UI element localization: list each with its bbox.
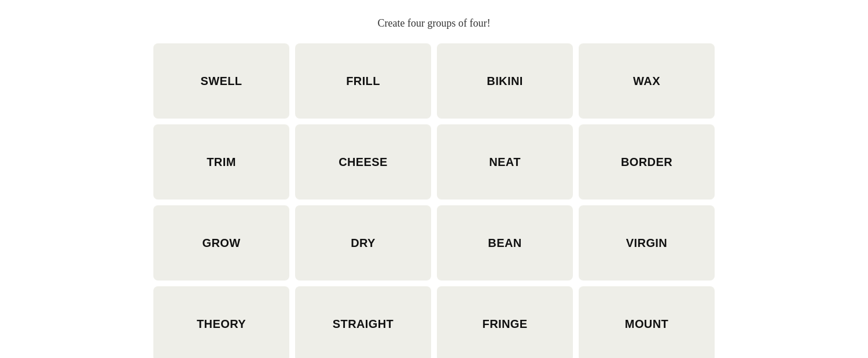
tile-label-virgin: VIRGIN <box>626 237 667 250</box>
tile-label-mount: MOUNT <box>625 318 668 331</box>
tile-trim[interactable]: TRIM <box>153 124 289 200</box>
tile-bean[interactable]: BEAN <box>437 205 573 281</box>
tile-label-straight: STRAIGHT <box>333 318 393 331</box>
tile-fringe[interactable]: FRINGE <box>437 286 573 358</box>
tile-label-border: BORDER <box>621 156 672 169</box>
tile-straight[interactable]: STRAIGHT <box>295 286 431 358</box>
tile-frill[interactable]: FRILL <box>295 43 431 119</box>
tile-label-bikini: BIKINI <box>487 75 523 88</box>
tile-label-frill: FRILL <box>346 75 380 88</box>
tile-dry[interactable]: DRY <box>295 205 431 281</box>
tile-label-neat: NEAT <box>489 156 521 169</box>
tile-label-trim: TRIM <box>207 156 236 169</box>
tile-cheese[interactable]: CHEESE <box>295 124 431 200</box>
tile-wax[interactable]: WAX <box>579 43 715 119</box>
tile-neat[interactable]: NEAT <box>437 124 573 200</box>
tile-label-cheese: CHEESE <box>339 156 388 169</box>
instructions-text: Create four groups of four! <box>378 17 491 29</box>
tile-label-fringe: FRINGE <box>483 318 528 331</box>
tile-grow[interactable]: GROW <box>153 205 289 281</box>
tile-label-wax: WAX <box>633 75 660 88</box>
tile-theory[interactable]: THEORY <box>153 286 289 358</box>
tile-border[interactable]: BORDER <box>579 124 715 200</box>
tile-mount[interactable]: MOUNT <box>579 286 715 358</box>
tile-bikini[interactable]: BIKINI <box>437 43 573 119</box>
tile-swell[interactable]: SWELL <box>153 43 289 119</box>
tile-label-theory: THEORY <box>197 318 246 331</box>
tile-label-grow: GROW <box>202 237 240 250</box>
tile-label-swell: SWELL <box>201 75 242 88</box>
tile-label-bean: BEAN <box>488 237 521 250</box>
tile-virgin[interactable]: VIRGIN <box>579 205 715 281</box>
word-grid: SWELLFRILLBIKINIWAXTRIMCHEESENEATBORDERG… <box>153 43 715 358</box>
tile-label-dry: DRY <box>351 237 376 250</box>
